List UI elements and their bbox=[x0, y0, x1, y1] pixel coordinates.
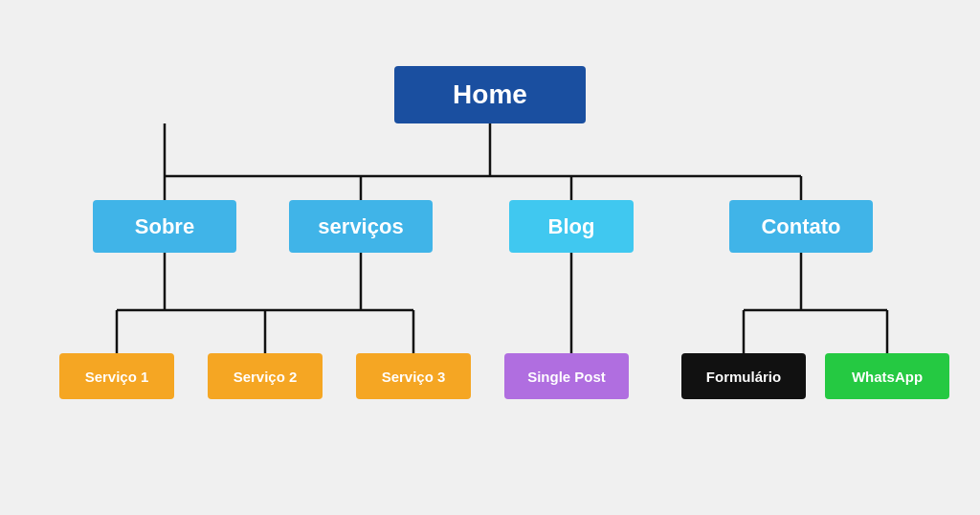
blog-node: Blog bbox=[509, 200, 634, 253]
servicos-node: serviços bbox=[289, 200, 433, 253]
sobre-label: Sobre bbox=[135, 214, 194, 239]
home-node: Home bbox=[394, 66, 586, 123]
servico3-node: Serviço 3 bbox=[356, 353, 471, 399]
contato-node: Contato bbox=[729, 200, 873, 253]
formulario-label: Formulário bbox=[706, 369, 781, 385]
servico3-label: Serviço 3 bbox=[382, 369, 446, 385]
home-label: Home bbox=[453, 79, 527, 110]
servico1-node: Serviço 1 bbox=[59, 353, 174, 399]
singlepost-node: Single Post bbox=[504, 353, 629, 399]
whatsapp-label: WhatsApp bbox=[852, 369, 923, 385]
sitemap-diagram: Home Sobre serviços Blog Contato Serviço… bbox=[31, 28, 949, 487]
servicos-label: serviços bbox=[318, 214, 403, 239]
sobre-node: Sobre bbox=[93, 200, 236, 253]
blog-label: Blog bbox=[548, 214, 595, 239]
whatsapp-node: WhatsApp bbox=[825, 353, 949, 399]
servico2-label: Serviço 2 bbox=[234, 369, 298, 385]
contato-label: Contato bbox=[761, 214, 840, 239]
singlepost-label: Single Post bbox=[527, 369, 606, 385]
servico2-node: Serviço 2 bbox=[208, 353, 323, 399]
formulario-node: Formulário bbox=[681, 353, 806, 399]
servico1-label: Serviço 1 bbox=[85, 369, 149, 385]
